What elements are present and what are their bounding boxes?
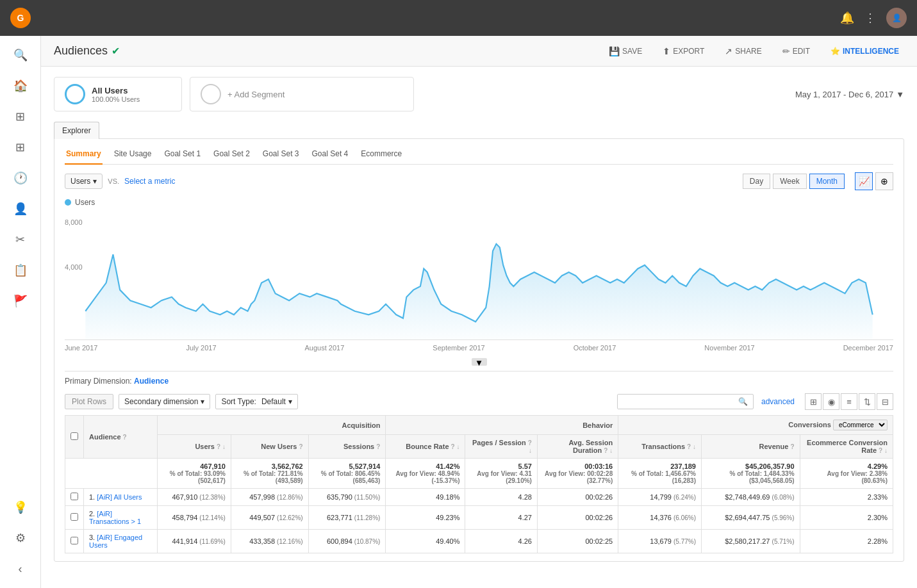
totals-sessions: 5,527,914 % of Total: 806.45% (685,463) xyxy=(308,459,386,489)
row3-num-audience: 3. [AiR] Engaged Users xyxy=(84,530,158,553)
table-icon: 📋 xyxy=(13,263,28,277)
line-chart-button[interactable]: 📈 xyxy=(855,172,873,190)
totals-ecomm-conv: 4.29% Avg for View: 2.38% (80.63%) xyxy=(800,459,893,489)
sidebar-item-collapse[interactable]: ‹ xyxy=(5,555,36,583)
share-button[interactable]: ↗ SHARE xyxy=(720,44,766,59)
date-range-selector[interactable]: May 1, 2017 - Dec 6, 2017 ▼ xyxy=(795,90,904,99)
notification-icon[interactable]: 🔔 xyxy=(840,11,854,25)
row3-bounce-rate: 49.40% xyxy=(386,530,465,553)
week-button[interactable]: Week xyxy=(773,174,806,189)
pie-view-button[interactable]: ◉ xyxy=(823,393,839,410)
tab-goal-set-3[interactable]: Goal Set 3 xyxy=(261,147,301,165)
secondary-dim-dropdown[interactable]: Secondary dimension ▾ xyxy=(119,394,210,409)
search-input[interactable] xyxy=(618,395,733,409)
audience-col-header: Audience ? xyxy=(84,416,158,459)
y-label-8000: 8,000 xyxy=(65,218,83,226)
page-title-text: Audiences xyxy=(54,44,108,58)
sidebar-item-reports2[interactable]: 📋 xyxy=(5,256,36,284)
scissors-icon: ✂ xyxy=(15,233,25,247)
lightbulb-icon: 💡 xyxy=(13,500,28,514)
chart-type-buttons: 📈 ⊕ xyxy=(855,172,893,190)
sidebar-item-search[interactable]: 🔍 xyxy=(5,41,36,69)
sidebar-item-user[interactable]: 👤 xyxy=(5,195,36,223)
chart-scroll-btn[interactable]: ▼ xyxy=(472,358,487,366)
x-label-jul: July 2017 xyxy=(186,344,216,352)
scatter-chart-button[interactable]: ⊕ xyxy=(875,172,893,190)
pivot-view-button[interactable]: ⊟ xyxy=(877,393,893,410)
row1-audience-link[interactable]: [AiR] All Users xyxy=(97,493,142,501)
row2-checkbox-input[interactable] xyxy=(70,513,78,521)
totals-revenue: $45,206,357.90 % of Total: 1,484.33% ($3… xyxy=(701,459,800,489)
search-icon[interactable]: 🔍 xyxy=(733,395,753,409)
sidebar-item-clock[interactable]: 🕐 xyxy=(5,164,36,192)
row2-audience-link[interactable]: [AiR] Transactions > 1 xyxy=(89,510,141,525)
row2-avg-session: 00:02:26 xyxy=(537,506,618,530)
sidebar-item-add[interactable]: ⊞ xyxy=(5,133,36,161)
reports-icon: ⊞ xyxy=(15,110,25,124)
primary-dim-label: Primary Dimension: xyxy=(65,377,132,386)
chart-scrollbar[interactable]: ▼ xyxy=(65,358,893,366)
x-label-jun: June 2017 xyxy=(65,344,97,352)
row3-avg-session: 00:02:25 xyxy=(537,530,618,553)
inner-content: All Users 100.00% Users + Add Segment Ma… xyxy=(41,67,917,572)
sidebar-item-tip[interactable]: 💡 xyxy=(5,493,36,521)
row3-checkbox-input[interactable] xyxy=(70,537,78,544)
edit-button[interactable]: ✏ EDIT xyxy=(777,44,815,59)
intelligence-icon: ⭐ xyxy=(830,47,840,56)
sidebar-item-cut[interactable]: ✂ xyxy=(5,225,36,254)
metric-dropdown[interactable]: Users ▾ xyxy=(65,174,103,189)
sidebar-item-settings[interactable]: ⚙ xyxy=(5,524,36,552)
row2-checkbox[interactable] xyxy=(65,506,84,530)
row1-checkbox-input[interactable] xyxy=(70,493,78,500)
x-label-aug: August 2017 xyxy=(305,344,345,352)
topbar-logo[interactable]: G xyxy=(10,8,31,28)
export-button[interactable]: ⬆ EXPORT xyxy=(657,44,709,59)
explorer-tab[interactable]: Explorer xyxy=(54,122,99,139)
plot-rows-button: Plot Rows xyxy=(65,394,113,409)
select-metric[interactable]: Select a metric xyxy=(124,177,175,186)
sidebar-item-home[interactable]: 🏠 xyxy=(5,72,36,100)
select-all-checkbox[interactable] xyxy=(70,432,78,440)
tab-summary[interactable]: Summary xyxy=(65,147,103,165)
day-button[interactable]: Day xyxy=(743,174,770,189)
row3-audience-link[interactable]: [AiR] Engaged Users xyxy=(89,534,142,549)
revenue-col-header: Revenue ? xyxy=(701,435,800,459)
metric-value: Users xyxy=(70,177,90,186)
tab-ecommerce[interactable]: Ecommerce xyxy=(359,147,403,165)
sort-default-dropdown[interactable]: Default ▾ xyxy=(259,397,292,406)
user-avatar[interactable]: 👤 xyxy=(886,8,907,28)
totals-avg-session: 00:03:16 Avg for View: 00:02:28 (32.77%) xyxy=(537,459,618,489)
conversions-dropdown[interactable]: eCommerce xyxy=(833,420,888,430)
y-label-4000: 4,000 xyxy=(65,263,83,271)
all-users-segment[interactable]: All Users 100.00% Users xyxy=(54,77,182,111)
tab-site-usage[interactable]: Site Usage xyxy=(113,147,153,165)
collapse-icon: ‹ xyxy=(19,562,22,576)
month-button[interactable]: Month xyxy=(809,174,845,189)
grid-view-button[interactable]: ⊞ xyxy=(805,393,822,410)
row1-ecomm-conv: 2.33% xyxy=(800,489,893,506)
avg-session-col-header: Avg. Session Duration ? ↓ xyxy=(537,435,618,459)
intelligence-button[interactable]: ⭐ INTELLIGENCE xyxy=(825,44,904,58)
sub-tabs: Summary Site Usage Goal Set 1 Goal Set 2… xyxy=(65,147,893,165)
totals-row: 467,910 % of Total: 93.09% (502,617) 3,5… xyxy=(65,459,893,489)
tab-goal-set-2[interactable]: Goal Set 2 xyxy=(212,147,251,165)
export-icon: ⬆ xyxy=(663,46,670,56)
row3-checkbox[interactable] xyxy=(65,530,84,553)
tab-goal-set-1[interactable]: Goal Set 1 xyxy=(163,147,202,165)
compare-view-button[interactable]: ⇅ xyxy=(859,393,875,410)
save-button[interactable]: 💾 SAVE xyxy=(604,44,647,59)
row1-checkbox[interactable] xyxy=(65,489,84,506)
sessions-col-header: Sessions ? xyxy=(308,435,386,459)
more-menu-icon[interactable]: ⋮ xyxy=(864,11,876,25)
legend-label: Users xyxy=(75,198,95,207)
add-segment-card[interactable]: + Add Segment xyxy=(190,77,414,111)
sidebar-item-flag[interactable]: 🚩 xyxy=(5,287,36,315)
list-view-button[interactable]: ≡ xyxy=(841,393,857,410)
search-box[interactable]: 🔍 xyxy=(617,394,754,409)
tab-goal-set-4[interactable]: Goal Set 4 xyxy=(311,147,350,165)
topbar-left: G xyxy=(10,8,31,28)
sort-type-label: Sort Type: xyxy=(221,397,256,406)
divider xyxy=(65,371,893,372)
advanced-link[interactable]: advanced xyxy=(761,397,795,406)
sidebar-item-reports[interactable]: ⊞ xyxy=(5,102,36,131)
